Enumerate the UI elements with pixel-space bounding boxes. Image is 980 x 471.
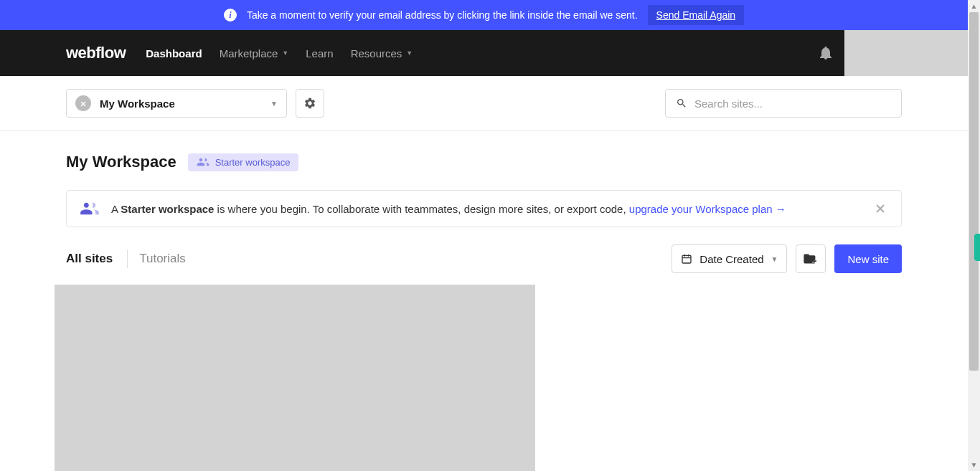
nav-marketplace[interactable]: Marketplace ▼ bbox=[220, 47, 289, 60]
scroll-down-icon[interactable]: ▼ bbox=[968, 459, 980, 471]
sites-grid bbox=[66, 285, 902, 471]
nav-label: Dashboard bbox=[146, 47, 202, 60]
svg-rect-2 bbox=[812, 260, 816, 262]
folder-plus-icon bbox=[804, 253, 818, 265]
notifications-icon[interactable] bbox=[807, 47, 844, 60]
group-icon bbox=[80, 201, 100, 216]
chevron-down-icon: ▼ bbox=[270, 100, 278, 108]
main-navbar: webflow Dashboard Marketplace ▼ Learn Re… bbox=[0, 30, 968, 76]
banner-text: Take a moment to verify your email addre… bbox=[247, 9, 638, 21]
group-icon bbox=[197, 158, 209, 166]
nav-dashboard[interactable]: Dashboard bbox=[146, 47, 202, 60]
send-email-again-button[interactable]: Send Email Again bbox=[648, 5, 745, 25]
upgrade-plan-link[interactable]: upgrade your Workspace plan → bbox=[629, 203, 786, 215]
chevron-down-icon: ▼ bbox=[282, 49, 288, 57]
info-icon: i bbox=[224, 9, 237, 22]
sites-tabs: All sites Tutorials Date Created ▼ New s… bbox=[66, 244, 902, 273]
chevron-down-icon: ▼ bbox=[406, 49, 413, 57]
nav-label: Marketplace bbox=[220, 47, 278, 60]
close-icon[interactable] bbox=[872, 201, 888, 217]
scroll-up-icon[interactable]: ▲ bbox=[968, 0, 980, 12]
workspace-toolbar: My Workspace ▼ bbox=[0, 76, 968, 131]
page-title: My Workspace bbox=[66, 153, 176, 171]
search-input[interactable] bbox=[694, 97, 891, 110]
badge-label: Starter workspace bbox=[215, 157, 291, 168]
workspace-avatar-icon bbox=[75, 95, 91, 111]
svg-rect-0 bbox=[682, 255, 691, 263]
search-sites bbox=[665, 89, 902, 118]
scrollbar-thumb[interactable] bbox=[969, 12, 979, 371]
info-box-text: A Starter workspace is where you begin. … bbox=[111, 203, 861, 215]
tab-all-sites[interactable]: All sites bbox=[66, 252, 127, 266]
nav-learn[interactable]: Learn bbox=[306, 47, 333, 60]
sort-label: Date Created bbox=[699, 253, 763, 265]
search-icon bbox=[676, 97, 687, 109]
nav-label: Learn bbox=[306, 47, 333, 60]
gear-icon bbox=[303, 97, 316, 110]
site-card-placeholder[interactable] bbox=[55, 285, 535, 471]
workspace-settings-button[interactable] bbox=[296, 89, 324, 118]
verify-email-banner: i Take a moment to verify your email add… bbox=[0, 0, 968, 30]
help-tab[interactable] bbox=[974, 234, 980, 261]
webflow-logo[interactable]: webflow bbox=[66, 44, 126, 62]
nav-label: Resources bbox=[351, 47, 402, 60]
new-site-button[interactable]: New site bbox=[834, 244, 902, 273]
starter-info-box: A Starter workspace is where you begin. … bbox=[66, 190, 902, 227]
calendar-icon bbox=[681, 253, 692, 265]
workspace-name: My Workspace bbox=[100, 97, 262, 110]
account-menu[interactable] bbox=[844, 30, 968, 76]
divider bbox=[127, 249, 128, 268]
plan-badge: Starter workspace bbox=[188, 153, 299, 171]
chevron-down-icon: ▼ bbox=[771, 255, 778, 263]
workspace-selector[interactable]: My Workspace ▼ bbox=[66, 89, 287, 118]
tab-tutorials[interactable]: Tutorials bbox=[139, 252, 200, 266]
sort-select[interactable]: Date Created ▼ bbox=[672, 244, 787, 273]
new-folder-button[interactable] bbox=[796, 244, 826, 273]
main-content: My Workspace Starter workspace A Starter… bbox=[0, 131, 968, 471]
nav-resources[interactable]: Resources ▼ bbox=[351, 47, 413, 60]
